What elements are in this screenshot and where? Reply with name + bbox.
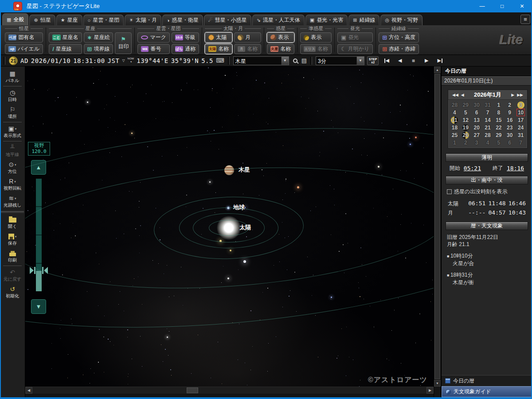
calendar-day[interactable]: 29 [460, 101, 471, 109]
calendar-day[interactable]: 29 [493, 131, 504, 139]
date-value[interactable]: 2026/01/10 [31, 57, 70, 64]
step-backward-button[interactable]: ◀ [381, 56, 392, 65]
target-select[interactable]: 木星 ▼ [233, 56, 289, 65]
calendar-day[interactable]: 21 [482, 124, 493, 131]
calendar-day[interactable]: 28 [482, 131, 493, 139]
horizontal-scroll-track[interactable] [32, 387, 426, 394]
toggle-altaz-grid[interactable]: ⊞方位・高度 [379, 32, 419, 43]
tab-nebulae-clusters[interactable]: ○星雲・星団 [83, 15, 124, 25]
latitude-value[interactable]: 35°39'N [171, 57, 199, 64]
map-vertical-scrollbar[interactable]: ▲ ▼ [434, 66, 441, 397]
toggle-const-names[interactable]: こと星座名 [49, 32, 82, 43]
play-backward-button[interactable]: ◀ [395, 56, 405, 65]
toggle-bayer[interactable]: αβバイエル [5, 44, 43, 54]
panel-tab-today-calendar[interactable]: 今日の暦 [442, 375, 532, 386]
tab-planets-satellites[interactable]: ◑惑星・衛星 [162, 15, 203, 25]
calendar-day[interactable]: 5 [493, 139, 504, 146]
tab-general[interactable]: ▦全般 [2, 13, 28, 25]
checkbox[interactable] [447, 189, 452, 194]
calendar-day[interactable]: 22 [493, 124, 504, 131]
calendar-day[interactable]: 19 [460, 124, 471, 131]
calendar-day[interactable]: 3 [515, 101, 526, 109]
calendar-day[interactable]: 12 [460, 116, 471, 124]
calendar-day[interactable]: 30 [504, 131, 515, 139]
tab-constellations[interactable]: ★星座 [56, 15, 82, 25]
toggle-moon-label[interactable]: 月名称 [234, 44, 261, 54]
scroll-down-button[interactable]: ▼ [434, 380, 441, 387]
tab-comets-asteroids[interactable]: ☄彗星・小惑星 [204, 15, 251, 25]
twilight-end-value[interactable]: 18:16 [507, 165, 524, 172]
keyboard-icon[interactable]: ⌨ [216, 57, 224, 64]
calendar-day[interactable]: 3 [471, 139, 482, 146]
toggle-boundaries[interactable]: ⊞境界線 [84, 44, 113, 54]
calendar-day[interactable]: 24 [515, 124, 526, 131]
prev-year-button[interactable]: ◀◀ [451, 93, 460, 97]
toggle-const-art[interactable]: ∗星座絵 [84, 32, 113, 43]
toggle-sun-show[interactable]: 太陽 [205, 32, 232, 43]
calendar-day[interactable]: 6 [504, 139, 515, 146]
calendar-day[interactable]: 16 [504, 116, 515, 124]
limiting-magnitude-value[interactable]: 5.5 [201, 57, 213, 64]
sidebar-item-reset[interactable]: ↺初期化 [0, 284, 25, 301]
calendar-day[interactable]: 6 [471, 109, 482, 116]
toggle-daylight-show[interactable]: ▣昼光 [337, 32, 373, 43]
scroll-right-button[interactable]: ▶ [426, 387, 434, 394]
calendar-day[interactable]: 4 [482, 139, 493, 146]
panel-tab-phenomena-guide[interactable]: 天文現象ガイド [442, 386, 532, 397]
scroll-left-button[interactable]: ◀ [25, 387, 32, 394]
toggle-planet-show[interactable]: 表示 [267, 32, 294, 43]
play-forward-button[interactable]: ▶ [421, 56, 432, 65]
toggle-ds-number[interactable]: M8番号 [137, 44, 170, 54]
sidebar-item-fov-rotation[interactable]: R▾視野回転 [0, 176, 25, 193]
next-month-button[interactable]: ▶ [510, 93, 516, 97]
calendar-day[interactable]: 2 [504, 101, 515, 109]
toggle-moon-show[interactable]: 月 [234, 32, 261, 43]
chevron-down-icon[interactable]: ▼ [356, 57, 364, 65]
tab-meteors-artificial[interactable]: ⇘流星・人工天体 [252, 15, 305, 25]
star-map[interactable]: 視野 120.0 ▲ ▼ 木星地球太陽©アストロアーツ ◀ ▶ [25, 66, 434, 397]
tab-sun-moon[interactable]: ☀太陽・月 [125, 15, 161, 25]
maximize-button[interactable]: □ [492, 0, 512, 12]
tab-fov-frame[interactable]: ◎視野・写野 [380, 15, 422, 25]
sidebar-item-open[interactable]: 開く [0, 214, 25, 231]
calendar-day[interactable]: 15 [493, 116, 504, 124]
calendar-day[interactable]: 1 [493, 101, 504, 109]
vertical-scroll-thumb[interactable] [434, 74, 440, 379]
calendar-day[interactable]: 30 [471, 101, 482, 109]
calendar-day[interactable]: 28 [449, 101, 460, 109]
calendar-day[interactable]: 11 [449, 116, 460, 124]
calendar-day[interactable]: 4 [449, 109, 460, 116]
toggle-dwarf-label[interactable]: エリス名称 [300, 44, 332, 54]
show-planet-riseset-option[interactable]: 惑星の出没時刻を表示 [447, 188, 532, 196]
toggle-planet-label[interactable]: 火星名称 [267, 44, 294, 54]
toggle-sun-label[interactable]: 太陽名称 [205, 44, 232, 54]
menu-icon[interactable]: ≡ [520, 15, 530, 24]
stop-button[interactable]: ■ [408, 56, 419, 65]
moon-age-icon[interactable]: 21 [9, 56, 18, 65]
toggle-dwarf-show[interactable]: 表示 [300, 32, 332, 43]
calendar-day[interactable]: 27 [471, 131, 482, 139]
starfield[interactable]: 視野 120.0 ▲ ▼ 木星地球太陽©アストロアーツ [25, 66, 434, 387]
calendar-day-today[interactable]: 10 [515, 109, 526, 116]
calendar-day[interactable]: 14 [482, 116, 493, 124]
calendar-day[interactable]: 25 [449, 131, 460, 139]
sidebar-item-print[interactable]: 印刷 [0, 248, 25, 265]
time-step-select[interactable]: 3分 ▼ [316, 56, 364, 65]
tab-daylight-pollution[interactable]: ▣昼光・光害 [305, 15, 348, 25]
search-icon[interactable] [293, 59, 297, 63]
calendar-day[interactable]: 20 [471, 124, 482, 131]
toggle-ds-common-name[interactable]: ばら通称 [172, 44, 199, 54]
tab-fixed-stars[interactable]: ⊕恒星 [29, 15, 55, 25]
sidebar-item-display-format[interactable]: ▣▾表示形式 [0, 123, 25, 140]
next-year-button[interactable]: ▶▶ [516, 93, 524, 97]
toggle-radec-grid[interactable]: ⊞赤経・赤緯 [379, 44, 419, 54]
tab-coordinate-lines[interactable]: ⊞経緯線 [348, 15, 379, 25]
calendar-day[interactable]: 9 [504, 109, 515, 116]
timezone-dropdown-icon[interactable]: ▽ [122, 59, 125, 63]
step-forward-button[interactable]: ▶ [434, 56, 445, 65]
calendar-day[interactable]: 13 [471, 116, 482, 124]
toggle-landmark[interactable]: ⚑目印 [115, 32, 132, 54]
sidebar-item-panel[interactable]: ▦パネル [0, 68, 25, 85]
scroll-up-button[interactable]: ▲ [434, 66, 441, 73]
prev-month-button[interactable]: ◀ [460, 93, 466, 97]
